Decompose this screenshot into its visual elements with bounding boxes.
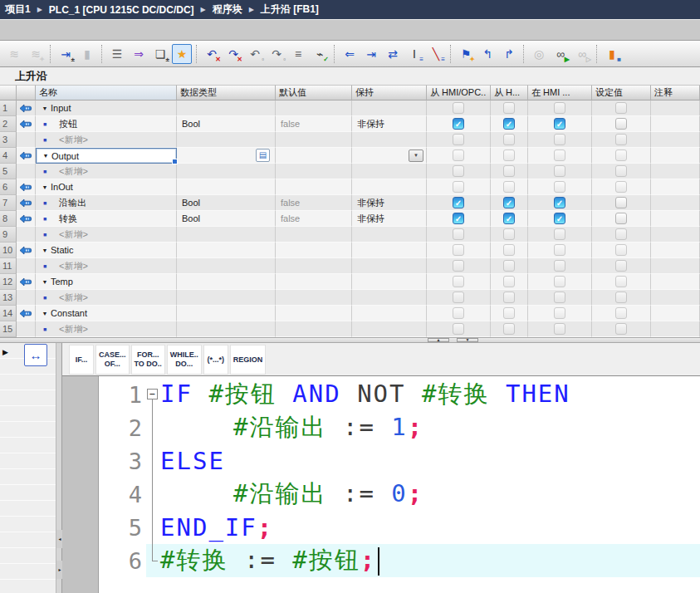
comment-cell[interactable] [651,195,700,211]
code-line[interactable]: 4 − #沿输出 := 0; [99,478,700,511]
setpoint-checkbox[interactable] [615,149,627,161]
setpoint-checkbox[interactable] [615,307,627,319]
retain-memory-button[interactable]: ▮■ [602,44,622,64]
from-hmi-checkbox[interactable] [503,165,515,177]
name-cell[interactable]: ■ 转换 [36,211,177,227]
setpoint-checkbox[interactable] [615,276,627,287]
indent-button[interactable]: ⇥ [361,44,381,64]
datatype-browse-button[interactable]: ▤ [256,149,270,162]
table-row[interactable]: 3 ■ <新增> [0,132,700,148]
fold-marker[interactable]: − [146,411,160,444]
in-hmi-checkbox[interactable] [554,323,565,335]
in-hmi-checkbox[interactable] [554,228,565,240]
in-hmi-checkbox[interactable] [554,102,565,114]
breadcrumb-item[interactable]: PLC_1 [CPU 1215C DC/DC/DC] [49,4,194,16]
setpoint-checkbox[interactable] [615,118,627,130]
hmi-opc-checkbox[interactable] [453,276,464,287]
header-comment[interactable]: 注释 [651,85,700,100]
snippet-button[interactable]: IF... [69,345,94,375]
hmi-opc-checkbox[interactable] [453,292,464,303]
setpoint-checkbox[interactable] [615,260,627,272]
retain-cell[interactable] [352,164,427,179]
name-cell[interactable]: ■ <新增> [36,132,177,148]
in-hmi-checkbox[interactable]: ✓ [554,118,565,130]
in-hmi-checkbox[interactable] [554,134,565,145]
retain-cell[interactable]: ▼ [352,148,427,164]
clear-highlight-button[interactable]: ╲≡ [426,44,446,64]
header-retain[interactable]: 保持 [352,85,427,100]
retain-cell[interactable]: 非保持 [352,195,427,211]
comment-cell[interactable] [651,164,700,179]
retain-cell[interactable] [352,100,427,116]
in-hmi-checkbox[interactable] [554,260,565,272]
datatype-cell[interactable] [177,321,276,337]
from-hmi-checkbox[interactable] [503,323,515,335]
from-hmi-checkbox[interactable] [503,307,515,319]
default-cell[interactable] [276,274,352,290]
row-marker-icon[interactable]: ■ [39,216,51,222]
setpoint-checkbox[interactable] [615,134,627,145]
in-hmi-checkbox[interactable] [554,244,565,256]
breadcrumb-item[interactable]: 项目1 [5,2,31,17]
header-name[interactable]: 名称 [36,85,177,100]
header-datatype[interactable]: 数据类型 [177,85,276,100]
default-cell[interactable] [276,164,352,179]
setpoint-checkbox[interactable] [615,244,627,256]
sync-interface-button[interactable]: ↷▫ [267,44,286,64]
default-cell[interactable] [276,227,352,243]
comment-cell[interactable] [651,274,700,290]
insert-network-button[interactable]: ≋ [4,44,24,64]
datatype-cell[interactable]: Bool [177,211,276,227]
comment-cell[interactable] [651,116,700,132]
row-marker-icon[interactable]: ■ [39,200,51,206]
code-line[interactable]: 5 − END_IF; [99,511,700,544]
table-row[interactable]: 6 ▼ InOut [0,179,700,195]
row-marker-icon[interactable]: ■ [39,326,51,332]
comment-cell[interactable] [651,243,700,258]
setpoint-checkbox[interactable] [615,323,627,335]
retain-cell[interactable] [352,258,427,274]
comment-cell[interactable] [651,132,700,148]
table-row[interactable]: 14 ▼ Constant [0,306,700,321]
hmi-opc-checkbox[interactable] [453,307,464,319]
default-cell[interactable] [276,132,352,148]
name-cell[interactable]: ▼ Output [36,148,177,164]
comment-cell[interactable] [651,290,700,306]
row-marker-icon[interactable]: ■ [39,232,51,238]
retain-cell[interactable]: 非保持 [352,116,427,132]
table-row[interactable]: 9 ■ <新增> [0,227,700,243]
insert-stl-network-button[interactable]: ≋✦ [26,44,46,64]
expand-collapse-button[interactable]: ⇄ [383,44,403,64]
hmi-opc-checkbox[interactable]: ✓ [453,118,464,130]
update-block-call-button[interactable]: ↶▫ [245,44,265,64]
name-cell[interactable]: ■ 沿输出 [36,195,177,211]
from-hmi-checkbox[interactable]: ✓ [503,213,515,224]
name-cell[interactable]: ▼ Constant [36,306,177,321]
datatype-cell[interactable] [177,243,276,258]
hmi-opc-checkbox[interactable] [453,102,464,114]
next-bookmark-button[interactable]: ↱ [499,44,519,64]
default-cell[interactable] [276,321,352,337]
in-hmi-checkbox[interactable]: ✓ [554,197,565,208]
in-hmi-checkbox[interactable] [554,276,565,287]
compile-button[interactable]: ⌁✓ [310,44,330,64]
from-hmi-checkbox[interactable] [503,260,515,272]
retain-cell[interactable] [352,321,427,337]
add-parameter-button[interactable]: ▮ [77,44,97,64]
hmi-opc-checkbox[interactable] [453,323,464,335]
default-cell[interactable]: false [276,195,352,211]
datatype-cell[interactable] [177,290,276,306]
fold-marker[interactable]: − [146,444,160,478]
insert-comment-button[interactable]: ❏± [150,44,170,64]
retain-cell[interactable] [352,243,427,258]
code-editor[interactable]: 1 − IF #按钮 AND NOT #转换 THEN 2 − #沿输出 := … [62,376,700,593]
call-environment-button[interactable]: ◎ [529,44,549,64]
setpoint-checkbox[interactable] [615,228,627,240]
from-hmi-checkbox[interactable] [503,276,515,287]
comment-cell[interactable] [651,306,700,321]
retain-cell[interactable] [352,290,427,306]
comment-cell[interactable] [651,100,700,116]
table-row[interactable]: 13 ■ <新增> [0,290,700,306]
default-cell[interactable]: false [276,211,352,227]
fold-marker[interactable]: − [146,378,160,411]
